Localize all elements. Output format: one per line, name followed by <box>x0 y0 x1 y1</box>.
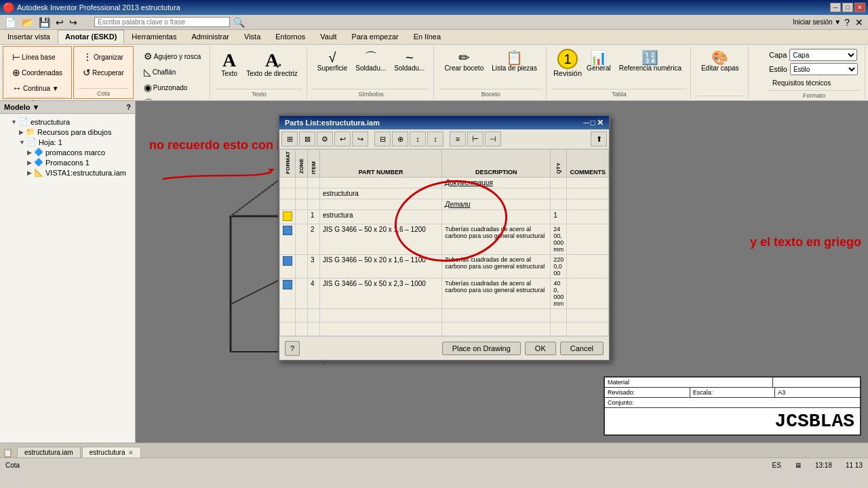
dialog-tool-export[interactable]: ⬆ <box>591 131 607 146</box>
capa-select[interactable]: Capa <box>789 49 857 61</box>
chaflan-button[interactable]: ◺ Chaflán <box>140 64 204 79</box>
dialog-tool-7[interactable]: ↕ <box>427 131 443 146</box>
dialog-tool-2[interactable]: ⊠ <box>299 131 315 146</box>
tree-item-recursos[interactable]: ▶ 📁 Recursos para dibujos <box>3 127 132 137</box>
dialog-tool-5[interactable]: ⊕ <box>392 131 408 146</box>
minimize-button[interactable]: ─ <box>830 3 841 12</box>
search-icon[interactable]: 🔍 <box>231 16 247 28</box>
tree-item-promacons1[interactable]: ▶ 🔷 Promacons 1 <box>3 157 132 167</box>
punzonado-button[interactable]: ◉ Punzonado <box>140 80 204 95</box>
dialog-close-button[interactable]: ✕ <box>597 118 604 127</box>
cell-item-1: 1 <box>308 209 320 224</box>
cell-e4 <box>320 308 442 322</box>
tab-estructutura[interactable]: estructutura ✕ <box>82 447 141 458</box>
cell-format <box>280 199 296 209</box>
tab-herramientas[interactable]: Herramientas <box>124 30 184 44</box>
tree-expand-hoja: ▼ <box>19 139 25 146</box>
general-label: General <box>587 64 611 72</box>
dialog-tool-10[interactable]: ⊣ <box>485 131 501 146</box>
close-button[interactable]: ✕ <box>854 3 865 12</box>
soldadu2-button[interactable]: ~ Soldadu... <box>391 49 428 74</box>
part-icon-blue-4 <box>283 280 292 289</box>
open-icon[interactable]: 📂 <box>20 16 35 28</box>
texto-directriz-button[interactable]: A↗ Texto de directriz <box>243 49 301 79</box>
superficie-button[interactable]: √ Superficie <box>314 49 351 74</box>
signin-button[interactable]: Iniciar sesión ▼ <box>793 18 841 26</box>
comments-header-text: COMMENTS <box>570 169 606 176</box>
linea-base-button[interactable]: ⊢ Línea base <box>9 49 66 64</box>
tab-para-empezar[interactable]: Para empezar <box>344 30 406 44</box>
dialog-table-container: FORMAT ZONE ITEM PART NUMBER <box>279 149 609 336</box>
dialog-tool-6[interactable]: ↕ <box>410 131 426 146</box>
editar-capas-button[interactable]: 🎨 Editar capas <box>698 49 743 74</box>
tree-expand-vista1: ▶ <box>27 169 32 176</box>
dialog-title-text: Parts List:estructutura.iam <box>285 119 380 127</box>
model-panel-help-icon[interactable]: ? <box>126 103 131 111</box>
tab-label-estructutura: estructutura <box>90 449 125 456</box>
tab-insertar-vista[interactable]: Insertar vista <box>0 30 58 44</box>
dialog-tool-9[interactable]: ⊢ <box>467 131 484 146</box>
tab-administrar[interactable]: Administrar <box>184 30 237 44</box>
cell-f1 <box>280 322 296 336</box>
texto-button[interactable]: A Texto <box>217 49 241 79</box>
revision-button[interactable]: 1 Revisión <box>553 49 582 77</box>
tab-vista[interactable]: Vista <box>237 30 268 44</box>
redo-icon[interactable]: ↪ <box>67 16 79 28</box>
estilo-select[interactable]: Estilo <box>790 63 858 75</box>
restore-button[interactable]: □ <box>842 3 853 12</box>
organizar-button[interactable]: ⋮ Organizar <box>79 49 127 64</box>
cell-zone <box>296 278 308 308</box>
tab-entornos[interactable]: Entornos <box>268 30 313 44</box>
tree-item-vista1[interactable]: ▶ 📐 VISTA1:estructutura.iam <box>3 167 132 178</box>
recuperar-button[interactable]: ↺ Recuperar <box>79 65 127 80</box>
search-input-wrapper <box>94 17 230 27</box>
cell-part-estructutura: estructutura <box>320 188 442 199</box>
help-icon[interactable]: ? <box>842 16 852 28</box>
cell-desc-3: Tuberías cuadradas de acero al carbono p… <box>442 254 551 278</box>
general-button[interactable]: 📊 General <box>583 49 614 74</box>
ok-button[interactable]: OK <box>525 342 556 355</box>
tab-close-icon[interactable]: ✕ <box>128 449 134 456</box>
tab-estructutura-iam[interactable]: estructutura.iam <box>17 447 81 458</box>
ribbon-items-editar: 🎨 Editar capas <box>696 47 744 96</box>
undo-icon[interactable]: ↩ <box>54 16 66 28</box>
close-app-icon[interactable]: ✕ <box>853 16 865 28</box>
referencia-numerica-button[interactable]: 🔢 Referencia numérica <box>616 49 685 74</box>
new-icon[interactable]: 📄 <box>3 16 18 28</box>
dialog-tool-redo[interactable]: ↪ <box>352 131 368 146</box>
dialog-title-bar: Parts List:estructutura.iam ─ □ ✕ <box>279 116 609 129</box>
tree-item-hoja[interactable]: ▼ 📄 Hoja: 1 <box>3 137 132 147</box>
requisitos-tecnicos-button[interactable]: Requisitos técnicos <box>769 77 859 89</box>
cell-qty <box>551 199 567 209</box>
cell-part <box>320 199 442 209</box>
dialog-maximize-button[interactable]: □ <box>591 118 595 127</box>
place-on-drawing-button[interactable]: Place on Drawing <box>442 342 521 355</box>
agujero-rosca-button[interactable]: ⚙ Agujero y rosca <box>140 49 204 64</box>
frame-cell-empty <box>773 378 860 387</box>
ribbon-items-boceto: ✏ Crear boceto 📋 Lista de piezas <box>439 47 542 89</box>
crear-boceto-button[interactable]: ✏ Crear boceto <box>441 49 487 74</box>
tab-anotar-eskd[interactable]: Anotar (ESKD) <box>58 30 124 44</box>
dialog-tool-1[interactable]: ⊞ <box>281 131 298 146</box>
dialog-tool-8[interactable]: ≡ <box>450 131 466 146</box>
dialog-tool-4[interactable]: ⊟ <box>374 131 391 146</box>
coordenadas-button[interactable]: ⊕ Coordenadas <box>9 65 66 80</box>
soldadu1-button[interactable]: ⌒ Soldadu... <box>352 49 389 74</box>
cell-item-2: 2 <box>308 224 320 254</box>
status-bar: Cota ES 🖥 13:18 11 13 <box>0 458 868 472</box>
tab-en-linea[interactable]: En línea <box>406 30 448 44</box>
tree-item-estructutura[interactable]: ▼ 📄 estructutura <box>3 117 132 127</box>
tree-item-promacons-marco[interactable]: ▶ 🔷 promacons marco <box>3 147 132 157</box>
save-icon[interactable]: 💾 <box>37 16 52 28</box>
title-bar-controls[interactable]: ─ □ ✕ <box>830 3 865 12</box>
lista-piezas-button[interactable]: 📋 Lista de piezas <box>488 49 540 74</box>
continua-button[interactable]: ↔ Continua ▼ <box>9 81 66 96</box>
cancel-button[interactable]: Cancel <box>560 342 604 355</box>
dialog-tool-undo[interactable]: ↩ <box>334 131 351 146</box>
dialog-help-button[interactable]: ? <box>285 341 300 356</box>
tab-vault[interactable]: Vault <box>313 30 344 44</box>
texto-label: Texto <box>221 70 237 77</box>
search-input[interactable] <box>94 17 230 27</box>
dialog-minimize-button[interactable]: ─ <box>583 118 589 127</box>
dialog-tool-3[interactable]: ⚙ <box>317 131 333 146</box>
